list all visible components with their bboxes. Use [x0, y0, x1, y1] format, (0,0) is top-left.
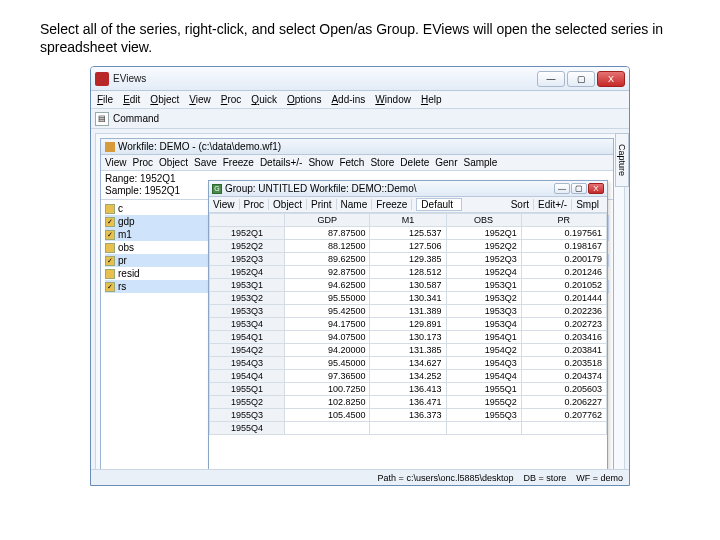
row-header[interactable]: 1955Q3: [210, 409, 285, 422]
menu-proc[interactable]: Proc: [221, 94, 242, 105]
wf-fetch[interactable]: Fetch: [339, 157, 364, 168]
table-row[interactable]: 1955Q2102.8250136.4711955Q20.206227: [210, 396, 607, 409]
titlebar[interactable]: EViews — ▢ X: [91, 67, 629, 91]
cell[interactable]: 102.8250: [285, 396, 370, 409]
table-row[interactable]: 1954Q497.36500134.2521954Q40.204374: [210, 370, 607, 383]
menu-file[interactable]: File: [97, 94, 113, 105]
cell[interactable]: 134.252: [370, 370, 446, 383]
cell[interactable]: 0.197561: [521, 227, 606, 240]
wf-freeze[interactable]: Freeze: [223, 157, 254, 168]
row-header[interactable]: 1954Q4: [210, 370, 285, 383]
cell[interactable]: 88.12500: [285, 240, 370, 253]
row-header[interactable]: 1953Q1: [210, 279, 285, 292]
table-row[interactable]: 1954Q395.45000134.6271954Q30.203518: [210, 357, 607, 370]
cell[interactable]: 0.198167: [521, 240, 606, 253]
wf-store[interactable]: Store: [370, 157, 394, 168]
cell[interactable]: 0.203416: [521, 331, 606, 344]
cell[interactable]: 95.42500: [285, 305, 370, 318]
row-header[interactable]: 1953Q4: [210, 318, 285, 331]
grp-default-select[interactable]: Default: [416, 198, 462, 211]
cell[interactable]: 0.203518: [521, 357, 606, 370]
cell[interactable]: 125.537: [370, 227, 446, 240]
cell[interactable]: 0.201246: [521, 266, 606, 279]
cell[interactable]: 1952Q3: [446, 253, 521, 266]
table-row[interactable]: 1952Q288.12500127.5061952Q20.198167: [210, 240, 607, 253]
cell[interactable]: 1955Q1: [446, 383, 521, 396]
cell[interactable]: 94.17500: [285, 318, 370, 331]
maximize-button[interactable]: ▢: [567, 71, 595, 87]
cell[interactable]: 0.202236: [521, 305, 606, 318]
grp-print[interactable]: Print: [311, 199, 337, 210]
cell[interactable]: 0.203841: [521, 344, 606, 357]
cell[interactable]: 1953Q1: [446, 279, 521, 292]
table-row[interactable]: 1953Q395.42500131.3891953Q30.202236: [210, 305, 607, 318]
table-row[interactable]: 1953Q295.55000130.3411953Q20.201444: [210, 292, 607, 305]
group-maximize-button[interactable]: ▢: [571, 183, 587, 194]
grp-name[interactable]: Name: [341, 199, 373, 210]
menu-object[interactable]: Object: [150, 94, 179, 105]
table-row[interactable]: 1954Q194.07500130.1731954Q10.203416: [210, 331, 607, 344]
menu-window[interactable]: Window: [375, 94, 411, 105]
table-row[interactable]: 1955Q1100.7250136.4131955Q10.205603: [210, 383, 607, 396]
minimize-button[interactable]: —: [537, 71, 565, 87]
col-header[interactable]: PR: [521, 214, 606, 227]
group-close-button[interactable]: X: [588, 183, 604, 194]
grp-sort[interactable]: Sort: [511, 199, 534, 210]
cell[interactable]: 1952Q1: [446, 227, 521, 240]
cell[interactable]: 130.587: [370, 279, 446, 292]
cell[interactable]: 0.202723: [521, 318, 606, 331]
col-header[interactable]: OBS: [446, 214, 521, 227]
cell[interactable]: [521, 422, 606, 435]
cell[interactable]: 129.385: [370, 253, 446, 266]
cell[interactable]: 95.55000: [285, 292, 370, 305]
cell[interactable]: 130.341: [370, 292, 446, 305]
cell[interactable]: 97.36500: [285, 370, 370, 383]
wf-delete[interactable]: Delete: [400, 157, 429, 168]
cell[interactable]: 0.205603: [521, 383, 606, 396]
grp-freeze[interactable]: Freeze: [376, 199, 412, 210]
capture-tab[interactable]: Capture: [615, 133, 629, 187]
cell[interactable]: 1954Q2: [446, 344, 521, 357]
cell[interactable]: 134.627: [370, 357, 446, 370]
row-header[interactable]: 1954Q2: [210, 344, 285, 357]
cell[interactable]: 87.87500: [285, 227, 370, 240]
cell[interactable]: 0.200179: [521, 253, 606, 266]
table-row[interactable]: 1954Q294.20000131.3851954Q20.203841: [210, 344, 607, 357]
group-titlebar[interactable]: G Group: UNTITLED Workfile: DEMO::Demo\ …: [209, 181, 607, 197]
row-header[interactable]: 1953Q2: [210, 292, 285, 305]
workfile-titlebar[interactable]: Workfile: DEMO - (c:\data\demo.wf1): [101, 139, 613, 155]
row-header[interactable]: 1955Q1: [210, 383, 285, 396]
cell[interactable]: 1953Q2: [446, 292, 521, 305]
menu-quick[interactable]: Quick: [251, 94, 277, 105]
table-row[interactable]: 1953Q494.17500129.8911953Q40.202723: [210, 318, 607, 331]
cell[interactable]: 136.413: [370, 383, 446, 396]
wf-object[interactable]: Object: [159, 157, 188, 168]
col-header[interactable]: [210, 214, 285, 227]
row-header[interactable]: 1952Q2: [210, 240, 285, 253]
cell[interactable]: 131.389: [370, 305, 446, 318]
row-header[interactable]: 1955Q4: [210, 422, 285, 435]
cell[interactable]: 89.62500: [285, 253, 370, 266]
table-row[interactable]: 1953Q194.62500130.5871953Q10.201052: [210, 279, 607, 292]
grp-edit[interactable]: Edit+/-: [538, 199, 572, 210]
row-header[interactable]: 1952Q4: [210, 266, 285, 279]
close-button[interactable]: X: [597, 71, 625, 87]
cell[interactable]: 1954Q4: [446, 370, 521, 383]
cell[interactable]: 95.45000: [285, 357, 370, 370]
cell[interactable]: 0.201444: [521, 292, 606, 305]
menu-addins[interactable]: Add-ins: [331, 94, 365, 105]
cell[interactable]: 128.512: [370, 266, 446, 279]
col-header[interactable]: M1: [370, 214, 446, 227]
wf-view[interactable]: View: [105, 157, 127, 168]
grp-view[interactable]: View: [213, 199, 240, 210]
cell[interactable]: 136.373: [370, 409, 446, 422]
cell[interactable]: 100.7250: [285, 383, 370, 396]
cell[interactable]: 1955Q3: [446, 409, 521, 422]
col-header[interactable]: GDP: [285, 214, 370, 227]
wf-genr[interactable]: Genr: [435, 157, 457, 168]
row-header[interactable]: 1954Q1: [210, 331, 285, 344]
wf-proc[interactable]: Proc: [133, 157, 154, 168]
menu-options[interactable]: Options: [287, 94, 321, 105]
cell[interactable]: 130.173: [370, 331, 446, 344]
cell[interactable]: 105.4500: [285, 409, 370, 422]
